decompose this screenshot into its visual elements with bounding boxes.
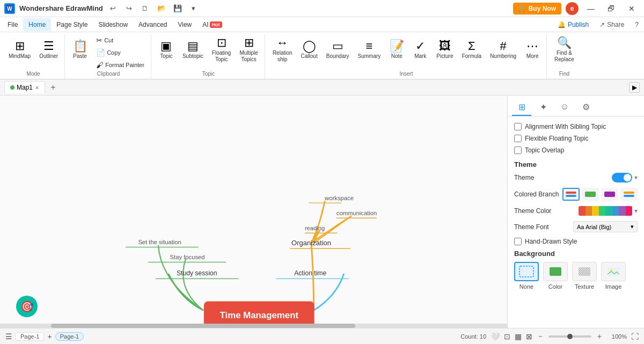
add-tab-button[interactable]: + — [47, 82, 59, 93]
callout-button[interactable]: ◯ Callout — [298, 34, 321, 65]
theme-color-dropdown[interactable]: ▾ — [634, 207, 638, 215]
zoom-out-icon[interactable]: － — [537, 332, 544, 341]
more-button[interactable]: ⋯ More — [522, 34, 543, 65]
format-painter-button[interactable]: 🖌 Format Painter — [93, 59, 148, 71]
color-strip[interactable] — [579, 206, 632, 216]
scroll-thumb[interactable] — [51, 324, 355, 328]
theme-color-row: Theme Color ▾ — [514, 206, 638, 216]
overlap-checkbox[interactable] — [514, 147, 522, 154]
menu-view[interactable]: View — [172, 18, 197, 31]
branch-opt-3[interactable] — [601, 188, 618, 201]
help-button[interactable]: ? — [632, 20, 642, 30]
numbering-button[interactable]: # Numbering — [487, 34, 519, 65]
undo-button[interactable]: ↩ — [107, 3, 119, 14]
svg-text:reading: reading — [305, 225, 325, 231]
canvas-area[interactable]: Time Management Organization Action time… — [0, 96, 507, 328]
toggle-panel-icon[interactable]: ☰ — [5, 332, 12, 341]
view-mode-icon2[interactable]: ⊠ — [526, 332, 532, 341]
paste-label: Paste — [73, 53, 87, 60]
add-page-icon[interactable]: + — [47, 332, 52, 341]
statusbar-right: Count: 10 🤍 ⊡ ▦ ⊠ － ＋ 100% ⛶ — [460, 332, 639, 341]
close-button[interactable]: ✕ — [624, 3, 640, 14]
floating-topic-button[interactable]: ⊡ FloatingTopic — [209, 34, 235, 65]
publish-button[interactable]: 🔔 Publish — [554, 20, 592, 30]
note-button[interactable]: 📝 Note — [386, 34, 407, 65]
zoom-slider[interactable] — [548, 335, 591, 338]
menu-page-style[interactable]: Page Style — [51, 18, 93, 31]
summary-button[interactable]: ≡ Summary — [355, 34, 384, 65]
multiple-topics-button[interactable]: ⊞ MultipleTopics — [236, 34, 261, 65]
picture-button[interactable]: 🖼 Picture — [433, 34, 456, 65]
topic-button[interactable]: ▣ Topic — [156, 34, 177, 65]
bg-opt-none[interactable]: None — [514, 262, 539, 290]
tab-map1[interactable]: Map1 ✕ — [4, 81, 45, 93]
share-button[interactable]: ↗ Share — [596, 20, 627, 30]
bg-color-icon — [543, 262, 568, 281]
open-file-button[interactable]: 📂 — [156, 3, 167, 14]
theme-toggle[interactable] — [612, 173, 632, 182]
alignment-checkbox[interactable] — [514, 123, 522, 130]
theme-label: Theme — [514, 174, 534, 181]
mindmap-button[interactable]: ⊞ MindMap — [5, 34, 34, 65]
menu-file[interactable]: File — [2, 18, 23, 31]
theme-font-select[interactable]: Aa Arial (Big) ▾ — [573, 221, 638, 232]
bg-opt-color[interactable]: Color — [543, 262, 568, 290]
restore-button[interactable]: 🗗 — [603, 3, 619, 14]
menu-ai[interactable]: AI Hot — [197, 18, 227, 31]
subtopic-button[interactable]: ▤ Subtopic — [179, 34, 207, 65]
relationship-button[interactable]: ↔ Relationship — [269, 34, 296, 65]
boundary-button[interactable]: ▭ Boundary — [323, 34, 353, 65]
flexible-checkbox-row: Flexible Floating Topic — [514, 135, 638, 142]
fullscreen-icon[interactable]: ⛶ — [631, 332, 639, 341]
flexible-label: Flexible Floating Topic — [525, 135, 589, 142]
bg-texture-label: Texture — [575, 283, 594, 290]
panel-tab-format[interactable]: ⊞ — [512, 99, 531, 116]
zoom-thumb[interactable] — [567, 334, 573, 339]
flexible-checkbox[interactable] — [514, 135, 522, 142]
panel-tab-style[interactable]: ✦ — [533, 99, 553, 116]
panel-toggle-button[interactable]: ▶ — [629, 82, 640, 93]
new-file-button[interactable]: 🗋 — [140, 3, 151, 14]
background-section-title: Background — [514, 250, 638, 258]
bg-opt-image[interactable]: Image — [601, 262, 626, 290]
page-label[interactable]: Page-1 — [16, 332, 44, 341]
outliner-button[interactable]: ☰ Outliner — [36, 34, 61, 65]
hand-drawn-checkbox[interactable] — [514, 238, 522, 245]
tab-close-button[interactable]: ✕ — [35, 85, 39, 91]
more-button[interactable]: ▾ — [188, 3, 200, 14]
emoji-tab-icon: ☺ — [560, 102, 569, 112]
theme-color-controls: ▾ — [579, 206, 638, 216]
user-avatar[interactable]: e — [566, 2, 579, 15]
formula-button[interactable]: Σ Formula — [458, 34, 485, 65]
buy-now-button[interactable]: 🛒 Buy Now — [513, 3, 561, 14]
mark-button[interactable]: ✓ Mark — [409, 34, 431, 65]
view-mode-icon1[interactable]: ▦ — [515, 332, 522, 341]
copy-button[interactable]: 📄 Copy — [93, 47, 148, 58]
bg-opt-texture[interactable]: Texture — [572, 262, 597, 290]
cut-button[interactable]: ✂ Cut — [93, 34, 148, 46]
branch-opt-1[interactable] — [562, 188, 580, 201]
ribbon-group-clipboard: 📋 Paste ✂ Cut 📄 Copy 🖌 Format Painter Cl… — [66, 34, 151, 79]
svg-rect-24 — [566, 195, 576, 197]
format-painter-icon: 🖌 — [96, 61, 104, 69]
horizontal-scrollbar[interactable] — [0, 324, 507, 328]
fit-view-icon[interactable]: ⊡ — [504, 332, 510, 341]
current-page[interactable]: Page-1 — [55, 332, 84, 341]
floating-emoji[interactable]: 🎯 — [16, 296, 38, 317]
paste-button[interactable]: 📋 Paste — [69, 34, 91, 65]
multiple-topics-icon: ⊞ — [244, 37, 254, 49]
theme-dropdown-arrow[interactable]: ▾ — [634, 174, 638, 181]
branch-opt-4[interactable] — [620, 188, 638, 201]
menu-advanced[interactable]: Advanced — [133, 18, 172, 31]
save-button[interactable]: 💾 — [172, 3, 184, 14]
menu-slideshow[interactable]: Slideshow — [93, 18, 133, 31]
menu-home[interactable]: Home — [23, 18, 51, 31]
find-replace-button[interactable]: 🔍 Find &Replace — [551, 34, 577, 65]
branch-opt-2[interactable] — [582, 188, 599, 201]
minimize-button[interactable]: — — [583, 3, 599, 14]
panel-tab-settings[interactable]: ⚙ — [576, 99, 596, 116]
redo-button[interactable]: ↪ — [123, 3, 135, 14]
zoom-in-icon[interactable]: ＋ — [596, 332, 603, 341]
panel-tab-emoji[interactable]: ☺ — [555, 99, 574, 116]
app-name: Wondershare EdrawMind — [19, 4, 103, 12]
